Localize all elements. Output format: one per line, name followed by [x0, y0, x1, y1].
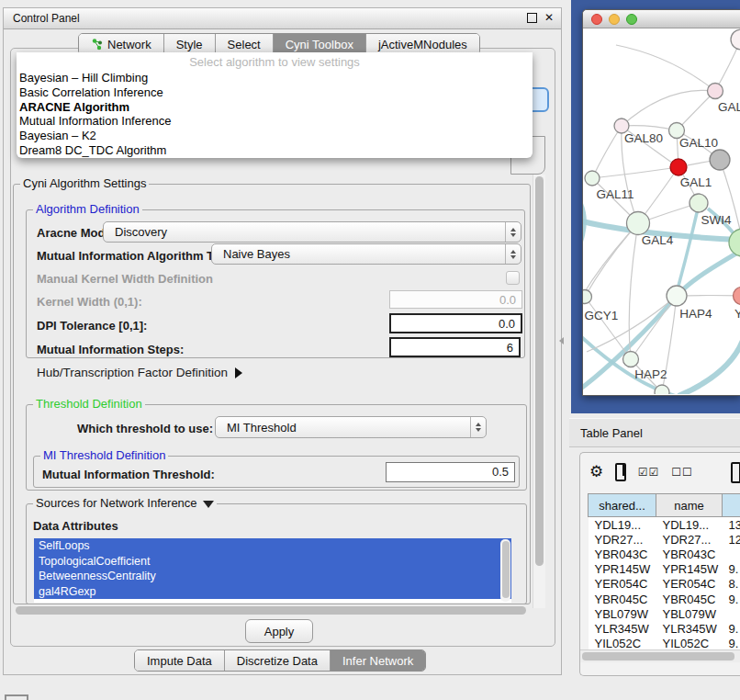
table-cell[interactable] [723, 547, 740, 561]
tab-select[interactable]: Select [216, 34, 274, 54]
table-cell[interactable]: YLR345W [656, 621, 723, 636]
table-row[interactable]: YBL079WYBL079W [589, 606, 740, 621]
close-icon[interactable]: ✕ [544, 12, 554, 23]
column-layout-icon[interactable] [615, 463, 626, 481]
table-cell[interactable]: YDR27... [656, 532, 723, 547]
network-node-hap4[interactable] [667, 286, 687, 306]
mi-steps-field[interactable]: 6 [389, 337, 521, 357]
network-node-gcy1[interactable] [583, 290, 592, 304]
network-node-gal11[interactable] [585, 171, 600, 186]
network-node-hap2[interactable] [623, 352, 639, 367]
network-node-gal1[interactable] [670, 159, 687, 175]
table-cell[interactable]: YDR27... [589, 532, 656, 547]
select-all-checkboxes-icon[interactable]: ☑☑ [638, 466, 660, 479]
network-edge-thick[interactable] [678, 205, 699, 286]
table-cell[interactable]: YPR145W [656, 562, 723, 577]
attributes-scrollbar[interactable] [500, 539, 510, 602]
settings-horizontal-scrollbar[interactable] [15, 605, 529, 615]
network-view-window[interactable]: GALGAL80GAL10GAL1SWI4GAL11GAL4YHAP4GCY1H… [582, 9, 740, 396]
float-window-icon[interactable] [527, 13, 537, 23]
table-cell[interactable]: YDL19... [589, 517, 656, 533]
tab-cyni-toolbox[interactable]: Cyni Toolbox [274, 34, 366, 54]
manual-kernel-width-checkbox[interactable] [506, 271, 520, 285]
network-node-big-green-cut[interactable] [729, 229, 740, 256]
tab-infer-network[interactable]: Infer Network [331, 650, 425, 671]
data-attribute-item[interactable]: BetweennessCentrality [34, 569, 511, 584]
network-edge[interactable] [592, 126, 622, 178]
window-minimize-icon[interactable] [609, 14, 620, 25]
table-row[interactable]: YER054CYER054C8. [589, 577, 740, 592]
tab-network[interactable]: Network [79, 34, 164, 54]
panel-splitter-arrow-icon[interactable] [559, 337, 564, 344]
network-edge[interactable] [622, 90, 715, 126]
data-attribute-item[interactable]: TopologicalCoefficient [34, 554, 511, 570]
dpi-tolerance-field[interactable]: 0.0 [389, 313, 522, 333]
table-cell[interactable]: YPR145W [589, 562, 656, 577]
network-canvas[interactable]: GALGAL80GAL10GAL1SWI4GAL11GAL4YHAP4GCY1H… [583, 28, 740, 394]
algorithm-option[interactable]: ARACNE Algorithm [17, 100, 533, 115]
tab-discretize-data[interactable]: Discretize Data [225, 650, 331, 671]
gear-icon[interactable]: ⚙ [589, 463, 603, 481]
table-column-header[interactable]: name [656, 494, 723, 517]
table-row[interactable]: YLR345WYLR345W9. [589, 621, 740, 636]
minimized-panel-icon[interactable] [5, 694, 28, 700]
window-zoom-icon[interactable] [626, 14, 637, 25]
aracne-mode-select[interactable]: Discovery [103, 221, 521, 243]
algorithm-option[interactable]: Bayesian – K2 [17, 129, 533, 143]
network-node-gray-node[interactable] [710, 150, 730, 170]
window-close-icon[interactable] [591, 14, 602, 25]
network-edge[interactable] [592, 167, 678, 178]
table-cell[interactable]: YBR045C [589, 592, 656, 606]
table-cell[interactable]: 8. [723, 577, 740, 592]
algorithm-option[interactable]: Dream8 DC_TDC Algorithm [17, 143, 533, 158]
algorithm-option[interactable]: Bayesian – Hill Climbing [17, 71, 533, 85]
mi-algorithm-type-select[interactable]: Naive Bayes [211, 243, 521, 265]
table-cell[interactable]: YBL079W [589, 606, 656, 621]
table-cell[interactable]: 9. [723, 592, 740, 606]
algorithm-option[interactable]: Basic Correlation Inference [17, 85, 533, 100]
table-cell[interactable]: YER054C [656, 577, 723, 592]
table-cell[interactable]: 13 [723, 517, 740, 533]
table-row[interactable]: YBR043CYBR043C [589, 547, 740, 561]
table-cell[interactable]: 9. [723, 621, 740, 636]
table-cell[interactable]: YLR345W [589, 621, 656, 636]
network-window-titlebar[interactable] [583, 10, 740, 28]
table-column-header[interactable]: shared... [589, 494, 656, 517]
network-edge[interactable] [616, 45, 715, 91]
sources-title[interactable]: Sources for Network Inference [33, 497, 217, 510]
settings-vertical-scrollbar[interactable] [533, 175, 545, 608]
mutual-information-threshold-field[interactable]: 0.5 [386, 462, 515, 482]
network-node-salmon-cut[interactable] [734, 288, 740, 305]
hub-section-toggle[interactable]: Hub/Transcription Factor Definition [37, 366, 242, 379]
table-cell[interactable]: 12 [723, 532, 740, 547]
deselect-all-checkboxes-icon[interactable]: ☐☐ [671, 466, 693, 479]
network-node-gal4[interactable] [627, 212, 650, 235]
tab-style[interactable]: Style [164, 34, 216, 54]
data-attributes-list[interactable]: SelfLoopsTopologicalCoefficientBetweenne… [34, 538, 511, 603]
export-table-icon[interactable] [731, 462, 740, 483]
tab-impute-data[interactable]: Impute Data [135, 650, 225, 671]
network-edge-thick[interactable] [583, 194, 585, 242]
table-cell[interactable]: YBR045C [656, 592, 723, 606]
table-cell[interactable]: 9. [723, 562, 740, 577]
table-cell[interactable] [723, 606, 740, 621]
node-table[interactable]: shared...nameA YDL19...YDL19...13YDR27..… [588, 493, 740, 651]
algorithm-option[interactable]: Mutual Information Inference [17, 114, 533, 129]
table-cell[interactable]: YDL19... [656, 517, 723, 533]
table-horizontal-scrollbar[interactable] [580, 649, 740, 662]
table-cell[interactable]: YBL079W [656, 606, 723, 621]
data-attribute-item[interactable]: SelfLoops [34, 538, 511, 554]
table-row[interactable]: YPR145WYPR145W9. [589, 562, 740, 577]
network-node-top-cut[interactable] [731, 29, 740, 50]
table-cell[interactable]: YBR043C [589, 547, 656, 561]
network-node-gal-cut[interactable] [708, 84, 723, 99]
table-cell[interactable]: YER054C [589, 577, 656, 592]
apply-button[interactable]: Apply [245, 619, 313, 643]
data-attribute-item[interactable]: gal4RGexp [34, 584, 511, 600]
network-node-bottom-cut[interactable] [655, 385, 669, 394]
table-row[interactable]: YDR27...YDR27...12 [589, 532, 740, 547]
table-row[interactable]: YDL19...YDL19...13 [589, 517, 740, 533]
tab-jactivemnodules[interactable]: jActiveMNodules [366, 34, 479, 54]
table-column-header[interactable]: A [723, 494, 740, 517]
table-cell[interactable]: YBR043C [656, 547, 723, 561]
